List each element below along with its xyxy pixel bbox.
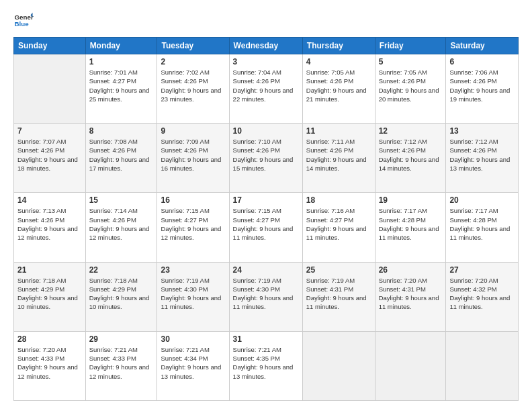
day-info: Sunrise: 7:05 AM Sunset: 4:26 PM Dayligh… — [379, 68, 443, 103]
calendar-cell — [446, 331, 519, 400]
calendar-cell: 4 Sunrise: 7:05 AM Sunset: 4:26 PM Dayli… — [302, 54, 375, 124]
calendar-cell: 31 Sunrise: 7:21 AM Sunset: 4:35 PM Dayl… — [229, 331, 302, 400]
day-info: Sunrise: 7:21 AM Sunset: 4:34 PM Dayligh… — [161, 345, 225, 381]
calendar-cell: 3 Sunrise: 7:04 AM Sunset: 4:26 PM Dayli… — [229, 54, 302, 124]
calendar-week-row: 1 Sunrise: 7:01 AM Sunset: 4:27 PM Dayli… — [14, 54, 519, 124]
day-number: 5 — [379, 57, 443, 66]
day-number: 14 — [17, 195, 82, 205]
day-info: Sunrise: 7:20 AM Sunset: 4:32 PM Dayligh… — [449, 276, 515, 312]
day-info: Sunrise: 7:18 AM Sunset: 4:29 PM Dayligh… — [17, 276, 82, 312]
page-header: General Blue — [13, 10, 519, 30]
day-number: 30 — [161, 334, 225, 344]
weekday-header-sunday: Sunday — [14, 38, 86, 54]
calendar-cell: 20 Sunrise: 7:17 AM Sunset: 4:28 PM Dayl… — [446, 193, 519, 262]
day-number: 6 — [449, 57, 515, 66]
day-info: Sunrise: 7:16 AM Sunset: 4:27 PM Dayligh… — [306, 206, 371, 242]
day-number: 25 — [306, 265, 371, 275]
day-info: Sunrise: 7:19 AM Sunset: 4:31 PM Dayligh… — [306, 276, 371, 312]
calendar-cell: 9 Sunrise: 7:09 AM Sunset: 4:26 PM Dayli… — [157, 124, 229, 193]
calendar-cell: 18 Sunrise: 7:16 AM Sunset: 4:27 PM Dayl… — [302, 193, 375, 262]
day-number: 15 — [89, 195, 154, 205]
day-number: 16 — [161, 195, 225, 205]
svg-text:General: General — [15, 13, 34, 21]
day-info: Sunrise: 7:02 AM Sunset: 4:26 PM Dayligh… — [161, 68, 225, 103]
day-info: Sunrise: 7:21 AM Sunset: 4:33 PM Dayligh… — [89, 345, 154, 381]
day-info: Sunrise: 7:19 AM Sunset: 4:30 PM Dayligh… — [233, 276, 299, 312]
calendar-week-row: 7 Sunrise: 7:07 AM Sunset: 4:26 PM Dayli… — [14, 124, 519, 193]
day-number: 28 — [17, 334, 82, 344]
day-info: Sunrise: 7:17 AM Sunset: 4:28 PM Dayligh… — [449, 206, 515, 242]
day-info: Sunrise: 7:07 AM Sunset: 4:26 PM Dayligh… — [17, 137, 82, 173]
calendar-cell: 27 Sunrise: 7:20 AM Sunset: 4:32 PM Dayl… — [446, 262, 519, 331]
calendar-table: SundayMondayTuesdayWednesdayThursdayFrid… — [13, 37, 519, 401]
weekday-header-thursday: Thursday — [302, 38, 375, 54]
day-number: 31 — [233, 334, 299, 344]
calendar-week-row: 14 Sunrise: 7:13 AM Sunset: 4:26 PM Dayl… — [14, 193, 519, 262]
calendar-cell: 16 Sunrise: 7:15 AM Sunset: 4:27 PM Dayl… — [157, 193, 229, 262]
day-info: Sunrise: 7:01 AM Sunset: 4:27 PM Dayligh… — [89, 68, 154, 103]
weekday-header-tuesday: Tuesday — [157, 38, 229, 54]
day-info: Sunrise: 7:18 AM Sunset: 4:29 PM Dayligh… — [89, 276, 154, 312]
calendar-week-row: 28 Sunrise: 7:20 AM Sunset: 4:33 PM Dayl… — [14, 331, 519, 400]
day-info: Sunrise: 7:20 AM Sunset: 4:33 PM Dayligh… — [17, 345, 82, 381]
calendar-cell: 15 Sunrise: 7:14 AM Sunset: 4:26 PM Dayl… — [85, 193, 157, 262]
day-info: Sunrise: 7:05 AM Sunset: 4:26 PM Dayligh… — [306, 68, 371, 103]
calendar-cell: 19 Sunrise: 7:17 AM Sunset: 4:28 PM Dayl… — [375, 193, 446, 262]
day-info: Sunrise: 7:12 AM Sunset: 4:26 PM Dayligh… — [379, 137, 443, 173]
day-number: 13 — [449, 126, 515, 136]
day-number: 4 — [306, 57, 371, 66]
day-number: 24 — [233, 265, 299, 275]
day-number: 12 — [379, 126, 443, 136]
calendar-cell: 25 Sunrise: 7:19 AM Sunset: 4:31 PM Dayl… — [302, 262, 375, 331]
day-number: 27 — [449, 265, 515, 275]
day-info: Sunrise: 7:08 AM Sunset: 4:26 PM Dayligh… — [89, 137, 154, 173]
weekday-header-saturday: Saturday — [446, 38, 519, 54]
calendar-cell: 14 Sunrise: 7:13 AM Sunset: 4:26 PM Dayl… — [14, 193, 86, 262]
calendar-cell: 13 Sunrise: 7:12 AM Sunset: 4:26 PM Dayl… — [446, 124, 519, 193]
day-info: Sunrise: 7:12 AM Sunset: 4:26 PM Dayligh… — [449, 137, 515, 173]
weekday-header-row: SundayMondayTuesdayWednesdayThursdayFrid… — [14, 38, 519, 54]
day-number: 17 — [233, 195, 299, 205]
weekday-header-friday: Friday — [375, 38, 446, 54]
day-number: 11 — [306, 126, 371, 136]
logo-icon: General Blue — [13, 10, 34, 30]
day-number: 19 — [379, 195, 443, 205]
day-number: 23 — [161, 265, 225, 275]
calendar-cell: 28 Sunrise: 7:20 AM Sunset: 4:33 PM Dayl… — [14, 331, 86, 400]
day-number: 1 — [89, 57, 154, 66]
day-info: Sunrise: 7:11 AM Sunset: 4:26 PM Dayligh… — [306, 137, 371, 173]
day-number: 8 — [89, 126, 154, 136]
calendar-cell — [375, 331, 446, 400]
day-info: Sunrise: 7:15 AM Sunset: 4:27 PM Dayligh… — [161, 206, 225, 242]
day-number: 7 — [17, 126, 82, 136]
calendar-cell: 10 Sunrise: 7:10 AM Sunset: 4:26 PM Dayl… — [229, 124, 302, 193]
day-info: Sunrise: 7:06 AM Sunset: 4:26 PM Dayligh… — [449, 68, 515, 103]
day-number: 21 — [17, 265, 82, 275]
calendar-cell: 21 Sunrise: 7:18 AM Sunset: 4:29 PM Dayl… — [14, 262, 86, 331]
calendar-cell: 6 Sunrise: 7:06 AM Sunset: 4:26 PM Dayli… — [446, 54, 519, 124]
calendar-week-row: 21 Sunrise: 7:18 AM Sunset: 4:29 PM Dayl… — [14, 262, 519, 331]
day-info: Sunrise: 7:13 AM Sunset: 4:26 PM Dayligh… — [17, 206, 82, 242]
day-info: Sunrise: 7:19 AM Sunset: 4:30 PM Dayligh… — [161, 276, 225, 312]
calendar-cell: 24 Sunrise: 7:19 AM Sunset: 4:30 PM Dayl… — [229, 262, 302, 331]
day-number: 26 — [379, 265, 443, 275]
calendar-cell: 26 Sunrise: 7:20 AM Sunset: 4:31 PM Dayl… — [375, 262, 446, 331]
svg-text:Blue: Blue — [15, 20, 30, 28]
calendar-cell: 8 Sunrise: 7:08 AM Sunset: 4:26 PM Dayli… — [85, 124, 157, 193]
day-info: Sunrise: 7:04 AM Sunset: 4:26 PM Dayligh… — [233, 68, 299, 103]
calendar-cell: 30 Sunrise: 7:21 AM Sunset: 4:34 PM Dayl… — [157, 331, 229, 400]
day-number: 18 — [306, 195, 371, 205]
day-number: 22 — [89, 265, 154, 275]
day-info: Sunrise: 7:17 AM Sunset: 4:28 PM Dayligh… — [379, 206, 443, 242]
day-info: Sunrise: 7:20 AM Sunset: 4:31 PM Dayligh… — [379, 276, 443, 312]
calendar-cell: 17 Sunrise: 7:15 AM Sunset: 4:27 PM Dayl… — [229, 193, 302, 262]
calendar-cell: 5 Sunrise: 7:05 AM Sunset: 4:26 PM Dayli… — [375, 54, 446, 124]
day-number: 9 — [161, 126, 225, 136]
day-info: Sunrise: 7:10 AM Sunset: 4:26 PM Dayligh… — [233, 137, 299, 173]
day-info: Sunrise: 7:21 AM Sunset: 4:35 PM Dayligh… — [233, 345, 299, 381]
calendar-cell: 23 Sunrise: 7:19 AM Sunset: 4:30 PM Dayl… — [157, 262, 229, 331]
calendar-cell — [302, 331, 375, 400]
day-number: 10 — [233, 126, 299, 136]
calendar-cell — [14, 54, 86, 124]
day-number: 2 — [161, 57, 225, 66]
